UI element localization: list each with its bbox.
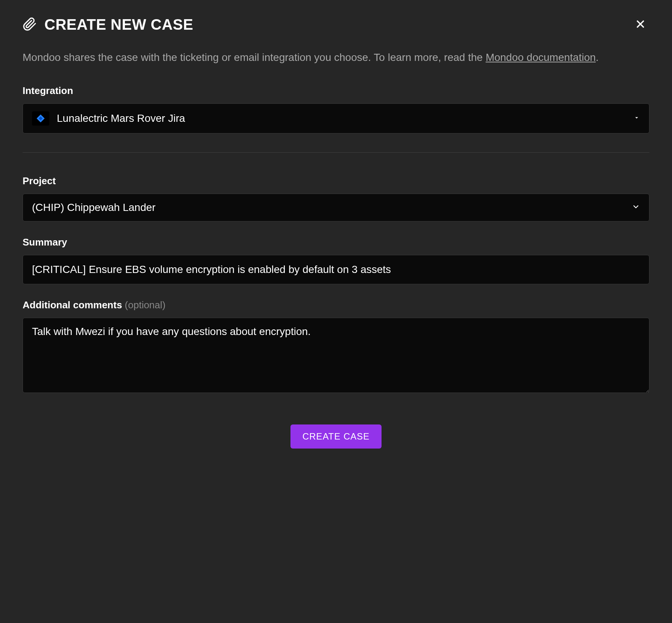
description-text-before: Mondoo shares the case with the ticketin… — [23, 52, 486, 63]
dialog-header: CREATE NEW CASE — [23, 15, 649, 34]
create-case-button[interactable]: CREATE CASE — [290, 424, 382, 449]
summary-label: Summary — [23, 236, 649, 248]
paperclip-icon — [23, 17, 37, 33]
button-container: CREATE CASE — [23, 424, 649, 449]
project-label: Project — [23, 175, 649, 187]
integration-value: Lunalectric Mars Rover Jira — [57, 112, 185, 124]
project-select[interactable]: (CHIP) Chippewah Lander — [23, 194, 649, 221]
jira-icon — [32, 111, 49, 126]
chevron-down-icon — [633, 114, 640, 123]
integration-form-group: Integration Lunalectric Mars Rover Jira — [23, 85, 649, 133]
documentation-link[interactable]: Mondoo documentation — [486, 52, 596, 63]
close-button[interactable] — [631, 15, 649, 34]
header-left: CREATE NEW CASE — [23, 16, 193, 33]
chevron-down-icon — [632, 203, 640, 212]
project-form-group: Project (CHIP) Chippewah Lander — [23, 175, 649, 221]
comments-optional-text: (optional) — [125, 299, 166, 311]
comments-label-text: Additional comments — [23, 299, 125, 311]
integration-select-left: Lunalectric Mars Rover Jira — [32, 111, 185, 126]
project-value: (CHIP) Chippewah Lander — [32, 202, 155, 214]
dialog-description: Mondoo shares the case with the ticketin… — [23, 49, 649, 66]
comments-label: Additional comments (optional) — [23, 299, 649, 311]
divider — [23, 152, 649, 153]
dialog-title: CREATE NEW CASE — [44, 16, 193, 33]
summary-form-group: Summary — [23, 236, 649, 284]
description-text-after: . — [596, 52, 599, 63]
comments-form-group: Additional comments (optional) — [23, 299, 649, 394]
comments-textarea[interactable] — [23, 318, 649, 393]
integration-label: Integration — [23, 85, 649, 97]
close-icon — [634, 18, 646, 31]
integration-select[interactable]: Lunalectric Mars Rover Jira — [23, 103, 649, 133]
summary-input[interactable] — [23, 255, 649, 284]
